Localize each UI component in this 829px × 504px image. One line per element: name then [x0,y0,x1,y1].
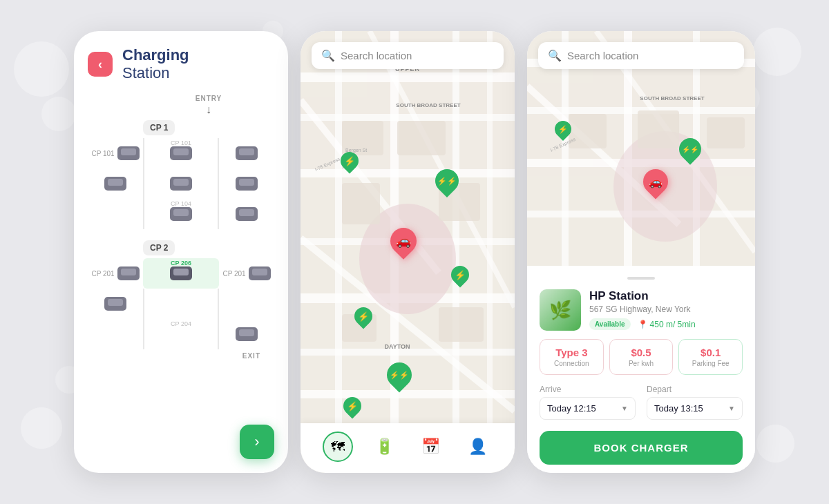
svg-rect-39 [638,110,679,148]
spot-label: CP 201 [91,270,114,278]
station-info: 🌿 HP Station 567 SG Highway, New York Av… [540,289,743,331]
cp2-label-row: CP 2 [88,240,274,255]
book-charger-button[interactable]: BOOK CHARGER [540,431,743,465]
connection-label: Connection [546,360,598,367]
chevron-down-icon: ▼ [728,405,735,412]
spot-center-selected[interactable]: CP 206 [143,258,219,289]
parking-label: Parking Fee [685,360,736,367]
spot-right [219,177,274,191]
depart-time-selector[interactable]: Today 13:15 ▼ [647,397,743,420]
location-icon: 📍 [638,320,648,329]
spot-center[interactable]: CP 101 [143,138,219,168]
title-charging: Charging [122,46,189,64]
svg-rect-18 [342,183,380,224]
spot-center[interactable] [143,289,219,319]
nav-map[interactable]: 🗺 [323,432,353,462]
kwh-label: Per kwh [616,360,667,367]
pricing-row: Type 3 Connection $0.5 Per kwh $0.1 Park… [540,339,743,375]
map-pin-2[interactable]: ⚡⚡ [435,169,463,200]
map-pin-selected[interactable]: 🚗 [390,228,419,261]
map-nav-icon: 🗺 [323,432,353,462]
arrive-label: Arrive [540,385,636,394]
price-parking: $0.1 Parking Fee [678,339,743,375]
parking-row: CP 101 CP 101 [88,138,274,168]
car-icon [104,177,126,191]
spot-center[interactable] [143,168,219,199]
car-icon [104,297,126,311]
spot-right [219,146,274,160]
drag-handle [627,277,655,280]
search-placeholder: Search location [341,50,412,61]
parking-row: CP 204 [88,319,274,349]
spot-left [88,297,143,311]
car-icon-selected [170,266,192,280]
distance-text: 450 m/ 5min [650,320,696,329]
spot-left: CP 101 [88,146,143,160]
svg-rect-3 [301,169,515,177]
parking-row [88,289,274,319]
p3-pin-selected[interactable]: 🚗 [643,169,671,201]
p3-pin-1[interactable]: ⚡ [555,121,574,144]
nav-calendar[interactable]: 📅 [416,432,446,462]
phones-container: ‹ Charging Station ENTRY ↓ CP 1 CP 101 [60,17,769,487]
connection-type: Type 3 [546,347,598,358]
nav-charge[interactable]: 🔋 [369,432,399,462]
map-pin-5[interactable]: ⚡⚡ [387,362,416,396]
entry-arrow: ↓ [143,104,274,116]
car-icon [236,327,258,341]
map-pin-6[interactable]: ⚡ [343,397,364,422]
svg-text:SOUTH BROAD STREET: SOUTH BROAD STREET [640,95,704,101]
title-station: Station [122,64,170,81]
car-icon [170,146,192,160]
charge-nav-icon: 🔋 [369,432,399,462]
svg-rect-21 [439,307,484,342]
svg-rect-2 [301,114,515,121]
station-text-info: HP Station 567 SG Highway, New York Avai… [589,289,696,331]
phone3-search-bar[interactable]: 🔍 Search location [538,42,744,69]
profile-nav-icon: 👤 [462,432,493,462]
arrive-time-selector[interactable]: Today 12:15 ▼ [540,397,636,420]
phone1-title: Charging Station [122,46,189,82]
station-badges: Available 📍 450 m/ 5min [589,318,696,330]
car-icon [117,146,140,160]
search-bar[interactable]: 🔍 Search location [312,42,504,69]
p3-pin-2[interactable]: ⚡⚡ [679,138,704,167]
car-icon [170,177,192,191]
cp2-section-label: CP 2 [143,240,175,255]
station-thumbnail: 🌿 [540,289,581,331]
car-icon [249,266,271,280]
map-pin-3[interactable]: ⚡ [451,266,472,291]
next-button[interactable]: › [240,425,274,459]
svg-rect-1 [301,72,515,82]
phone-detail: UPPER SOUTH BROAD STREET I-78 Express 🔍 … [527,31,755,473]
back-button[interactable]: ‹ [88,52,113,77]
phone3-map: UPPER SOUTH BROAD STREET I-78 Express 🔍 … [527,31,755,266]
search-icon: 🔍 [548,49,562,62]
svg-rect-38 [569,114,607,148]
arrive-time: Today 12:15 [547,403,596,414]
station-detail-sheet: 🌿 HP Station 567 SG Highway, New York Av… [527,266,755,473]
search-placeholder: Search location [567,50,638,61]
bottom-nav: 🗺 🔋 📅 👤 [301,423,515,473]
spot-left [88,177,143,191]
phone1-header: ‹ Charging Station [74,31,288,89]
car-icon [236,146,258,160]
nav-profile[interactable]: 👤 [462,432,493,462]
spot-center[interactable]: CP 204 [143,319,219,349]
parking-row: CP 104 [88,199,274,229]
depart-col: Depart Today 13:15 ▼ [647,385,743,420]
spot-center[interactable]: CP 104 [143,199,219,229]
map-pin-1[interactable]: ⚡ [341,152,361,177]
car-icon [236,177,258,191]
svg-rect-8 [335,31,342,473]
map-pin-4[interactable]: ⚡ [354,307,375,332]
spot-label: CP 101 [91,150,114,157]
spot-right: CP 201 [219,266,274,280]
phone-parking: ‹ Charging Station ENTRY ↓ CP 1 CP 101 [74,31,288,473]
phone-map: UPPER SOUTH BROAD STREET DAYTON I-78 Exp… [301,31,515,473]
price-kwh: $0.5 Per kwh [609,339,674,375]
parking-row [88,168,274,199]
spot-right [219,327,274,341]
availability-badge: Available [589,318,631,330]
car-icon [236,207,258,221]
